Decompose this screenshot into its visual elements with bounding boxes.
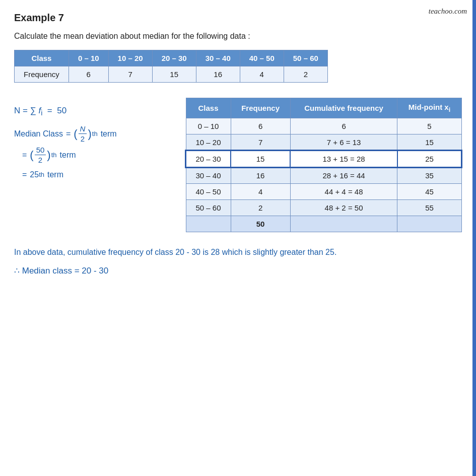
open-paren-2: (	[30, 150, 33, 161]
value-25: 25	[30, 166, 39, 183]
fraction-numerator-50: 50	[35, 145, 46, 156]
midpt-50-60: 55	[397, 199, 461, 216]
right-border	[472, 0, 476, 476]
freq2-40-50: 4	[231, 183, 290, 199]
equals-sign-3: =	[22, 166, 27, 183]
col-20-30: 20 – 30	[152, 50, 196, 66]
total-midpt	[397, 216, 461, 232]
watermark: teachoo.com	[429, 7, 467, 16]
therefore-text: ∴ Median class = 20 - 30	[14, 264, 462, 279]
second-table-header-row: Class Frequency Cumulative frequency Mid…	[186, 98, 461, 118]
freq-0-10: 6	[69, 66, 108, 82]
table-row: 0 – 10 6 6 5	[186, 118, 461, 134]
second-table: Class Frequency Cumulative frequency Mid…	[185, 98, 462, 232]
term-label-3: term	[47, 166, 63, 183]
first-table-header-row: Class 0 – 10 10 – 20 20 – 30 30 – 40 40 …	[15, 50, 328, 66]
midpt-0-10: 5	[397, 118, 461, 134]
col2-midpoint: Mid-point xi	[397, 98, 461, 118]
cumfreq-40-50: 44 + 4 = 48	[290, 183, 397, 199]
close-paren-2: )	[47, 150, 50, 161]
total-freq: 50	[231, 216, 290, 232]
freq-20-30: 15	[152, 66, 196, 82]
freq-10-20: 7	[108, 66, 152, 82]
fraction-numerator-N: N	[79, 124, 87, 134]
term-label-1: term	[101, 125, 117, 143]
formula-block: Median Class = ( N 2 ) th term = ( 50 2 …	[14, 124, 180, 183]
close-paren-1: )	[88, 128, 91, 140]
total-row: 50	[186, 216, 461, 232]
formula-50-2-line: = ( 50 2 ) th term	[22, 145, 180, 165]
freq-30-40: 16	[196, 66, 240, 82]
class-40-50: 40 – 50	[186, 183, 231, 199]
fraction-denominator-2: 2	[79, 134, 86, 144]
table-row: 30 – 40 16 28 + 16 = 44 35	[186, 167, 461, 184]
col-class: Class	[15, 50, 69, 66]
table-row: 40 – 50 4 44 + 4 = 48 45	[186, 183, 461, 199]
table-row-highlighted: 20 – 30 15 13 + 15 = 28 25	[186, 151, 461, 167]
right-panel: Class Frequency Cumulative frequency Mid…	[185, 98, 462, 232]
fraction-50-2: 50 2	[35, 145, 46, 165]
table-row: 10 – 20 7 7 + 6 = 13 15	[186, 134, 461, 151]
formula-25th-line: = 25 th term	[22, 166, 180, 183]
cumfreq-50-60: 48 + 2 = 50	[290, 199, 397, 216]
class-50-60: 50 – 60	[186, 199, 231, 216]
n-formula: N = ∑ fi = 50	[14, 106, 180, 117]
fraction-denominator-2b: 2	[37, 155, 44, 165]
freq-50-60: 2	[284, 66, 327, 82]
midpt-30-40: 35	[397, 167, 461, 184]
conclusion-text: In above data, cumulative frequency of c…	[14, 245, 462, 259]
cumfreq-20-30: 13 + 15 = 28	[290, 151, 397, 167]
col2-cumulative-frequency: Cumulative frequency	[290, 98, 397, 118]
equals-sign-2: =	[22, 147, 27, 164]
th-superscript-3: th	[39, 168, 44, 181]
fraction-N-2: N 2	[79, 124, 87, 144]
first-table-container: Class 0 – 10 10 – 20 20 – 30 30 – 40 40 …	[14, 50, 462, 83]
freq2-0-10: 6	[231, 118, 290, 134]
first-table-row-frequency: Frequency 6 7 15 16 4 2	[15, 66, 328, 82]
midpt-20-30: 25	[397, 151, 461, 167]
cumfreq-10-20: 7 + 6 = 13	[290, 134, 397, 151]
total-cumfreq	[290, 216, 397, 232]
midpt-40-50: 45	[397, 183, 461, 199]
cumfreq-0-10: 6	[290, 118, 397, 134]
main-section: N = ∑ fi = 50 Median Class = ( N 2 ) th …	[14, 98, 462, 232]
freq2-20-30: 15	[231, 151, 290, 167]
col-0-10: 0 – 10	[69, 50, 108, 66]
th-superscript-2: th	[51, 148, 57, 162]
class-30-40: 30 – 40	[186, 167, 231, 184]
term-label-2: term	[60, 147, 76, 164]
cumfreq-30-40: 28 + 16 = 44	[290, 167, 397, 184]
freq2-10-20: 7	[231, 134, 290, 151]
col2-frequency: Frequency	[231, 98, 290, 118]
class-10-20: 10 – 20	[186, 134, 231, 151]
median-class-line: Median Class = ( N 2 ) th term	[14, 124, 180, 144]
total-class	[186, 216, 231, 232]
freq-40-50: 4	[240, 66, 284, 82]
col-50-60: 50 – 60	[284, 50, 327, 66]
th-superscript-1: th	[92, 127, 98, 141]
freq-label: Frequency	[15, 66, 69, 82]
midpt-10-20: 15	[397, 134, 461, 151]
table-row: 50 – 60 2 48 + 2 = 50 55	[186, 199, 461, 216]
first-table: Class 0 – 10 10 – 20 20 – 30 30 – 40 40 …	[14, 50, 328, 83]
freq2-30-40: 16	[231, 167, 290, 184]
class-20-30: 20 – 30	[186, 151, 231, 167]
problem-text: Calculate the mean deviation about media…	[14, 30, 462, 43]
class-0-10: 0 – 10	[186, 118, 231, 134]
equals-sign-1: =	[66, 125, 71, 143]
median-class-label: Median Class	[14, 125, 63, 143]
col-30-40: 30 – 40	[196, 50, 240, 66]
left-panel: N = ∑ fi = 50 Median Class = ( N 2 ) th …	[14, 98, 185, 185]
col-10-20: 10 – 20	[108, 50, 152, 66]
example-title: Example 7	[14, 12, 462, 24]
freq2-50-60: 2	[231, 199, 290, 216]
open-paren-1: (	[74, 128, 77, 140]
col-40-50: 40 – 50	[240, 50, 284, 66]
col2-class: Class	[186, 98, 231, 118]
